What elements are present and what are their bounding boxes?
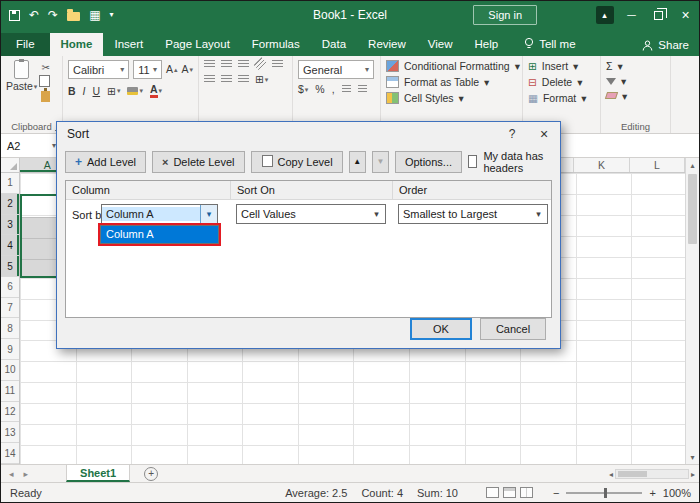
sort-dialog-title-bar[interactable]: Sort ? × <box>57 122 560 146</box>
percent-style-button[interactable]: % <box>315 84 324 95</box>
font-color-button[interactable]: A▾ <box>150 84 162 98</box>
customize-qat-caret-icon[interactable]: ▾ <box>109 11 113 19</box>
underline-button[interactable]: U <box>93 86 101 97</box>
delete-cells-button[interactable]: ⊟ Delete ▾ <box>528 76 595 88</box>
fill-color-button[interactable]: ▾ <box>127 87 143 95</box>
tab-data[interactable]: Data <box>311 33 357 56</box>
scroll-down-icon[interactable]: ▾ <box>686 450 699 464</box>
move-up-button[interactable]: ▲ <box>349 151 366 173</box>
sign-in-button[interactable]: Sign in <box>473 5 537 25</box>
increase-font-size-button[interactable]: A▴ <box>166 64 178 75</box>
cut-icon[interactable]: ✂ <box>41 62 50 73</box>
zoom-slider[interactable] <box>566 492 642 494</box>
sort-on-dropdown[interactable]: Cell Values ▾ <box>236 204 386 224</box>
format-painter-icon[interactable] <box>41 91 50 102</box>
ribbon-display-options-button[interactable]: ▴ <box>591 1 618 29</box>
italic-button[interactable]: I <box>83 86 86 97</box>
autosum-button[interactable]: Σ ▾ <box>606 60 665 72</box>
new-sheet-button[interactable]: + <box>144 467 158 481</box>
font-size-combo[interactable]: 11 ▾ <box>133 60 162 79</box>
row-header-2[interactable]: 2 <box>1 194 19 215</box>
row-header-6[interactable]: 6 <box>1 277 19 298</box>
move-down-button[interactable]: ▼ <box>372 151 389 173</box>
accounting-format-button[interactable]: $▾ <box>298 84 308 95</box>
scroll-left-icon[interactable]: ◂ <box>609 470 613 479</box>
dropdown-caret-icon[interactable]: ▾ <box>200 205 217 223</box>
align-right-icon[interactable] <box>238 75 249 83</box>
paste-button[interactable]: Paste▾ <box>6 60 37 92</box>
scroll-up-icon[interactable]: ▴ <box>686 158 699 172</box>
increase-decimal-icon[interactable] <box>342 85 351 93</box>
dialog-close-button[interactable]: × <box>528 122 560 146</box>
middle-align-icon[interactable] <box>221 60 232 68</box>
page-layout-view-button[interactable] <box>503 487 516 498</box>
scroll-right-icon[interactable]: ▸ <box>691 470 695 479</box>
zoom-level[interactable]: 100% <box>663 487 691 499</box>
top-align-icon[interactable] <box>204 60 215 68</box>
add-level-button[interactable]: + Add Level <box>65 151 146 173</box>
restore-button[interactable] <box>645 1 672 29</box>
previous-sheet-icon[interactable]: ◂ <box>9 469 14 479</box>
cancel-button[interactable]: Cancel <box>480 318 546 340</box>
copy-level-button[interactable]: Copy Level <box>251 151 343 173</box>
dialog-help-button[interactable]: ? <box>496 122 528 146</box>
column-header-k[interactable]: K <box>574 158 629 172</box>
tab-home[interactable]: Home <box>50 33 104 56</box>
bottom-align-icon[interactable] <box>238 60 249 68</box>
orientation-icon[interactable] <box>254 57 267 70</box>
checkbox-box[interactable] <box>468 155 477 168</box>
row-header-8[interactable]: 8 <box>1 318 19 339</box>
borders-button[interactable]: ⊞▾ <box>107 86 120 97</box>
share-button[interactable]: Share <box>642 39 689 51</box>
format-as-table-button[interactable]: Format as Table ▾ <box>386 76 517 88</box>
minimize-button[interactable]: ─ <box>618 1 645 29</box>
table-icon[interactable]: ▦ <box>89 9 100 21</box>
zoom-in-button[interactable]: + <box>649 487 655 499</box>
tab-view[interactable]: View <box>417 33 464 56</box>
dropdown-option-column-a[interactable]: Column A <box>101 226 218 243</box>
name-box[interactable]: A2 ▾ <box>1 134 63 157</box>
row-header-1[interactable]: 1 <box>1 173 19 194</box>
tab-insert[interactable]: Insert <box>103 33 154 56</box>
horizontal-scrollbar-thumb[interactable] <box>618 471 647 477</box>
clear-button[interactable]: ▾ <box>606 91 665 102</box>
sort-by-column-dropdown[interactable]: Column A ▾ <box>101 204 218 224</box>
normal-view-button[interactable] <box>486 487 499 498</box>
format-cells-button[interactable]: ▦ Format ▾ <box>528 92 595 104</box>
align-center-icon[interactable] <box>221 75 232 83</box>
font-name-combo[interactable]: Calibri ▾ <box>68 60 129 79</box>
number-format-combo[interactable]: General ▾ <box>298 60 374 79</box>
cell-styles-button[interactable]: Cell Styles ▾ <box>386 92 517 104</box>
row-header-5[interactable]: 5 <box>1 256 19 277</box>
save-icon[interactable] <box>9 10 20 21</box>
comma-style-button[interactable]: , <box>332 84 335 95</box>
copy-icon[interactable] <box>41 77 50 87</box>
merge-center-button[interactable]: ⊞▾ <box>255 74 268 85</box>
next-sheet-icon[interactable]: ▸ <box>24 469 29 479</box>
row-header-11[interactable]: 11 <box>1 381 19 402</box>
zoom-out-button[interactable]: − <box>553 487 559 499</box>
row-header-13[interactable]: 13 <box>1 422 19 443</box>
vertical-scrollbar[interactable]: ▴ ▾ <box>685 158 699 464</box>
ok-button[interactable]: OK <box>410 318 472 340</box>
close-button[interactable]: × <box>672 1 699 29</box>
tab-formulas[interactable]: Formulas <box>241 33 311 56</box>
conditional-formatting-button[interactable]: Conditional Formatting ▾ <box>386 60 517 72</box>
vertical-scrollbar-thumb[interactable] <box>688 174 697 244</box>
zoom-slider-thumb[interactable] <box>604 488 607 498</box>
bold-button[interactable]: B <box>68 86 76 97</box>
column-header-l[interactable]: L <box>630 158 685 172</box>
decrease-font-size-button[interactable]: A▾ <box>181 64 193 75</box>
row-header-7[interactable]: 7 <box>1 298 19 319</box>
my-data-has-headers-checkbox[interactable]: My data has headers <box>468 150 552 174</box>
tab-help[interactable]: Help <box>464 33 510 56</box>
tab-page-layout[interactable]: Page Layout <box>154 33 241 56</box>
tab-review[interactable]: Review <box>357 33 417 56</box>
horizontal-scrollbar-track[interactable] <box>615 469 689 479</box>
options-button[interactable]: Options... <box>395 151 462 173</box>
tab-file[interactable]: File <box>1 33 50 56</box>
horizontal-scrollbar[interactable]: ◂ ▸ <box>609 468 695 480</box>
redo-icon[interactable]: ↷ <box>48 9 58 21</box>
sort-filter-button[interactable]: ▾ <box>606 76 665 87</box>
page-break-view-button[interactable] <box>520 487 533 498</box>
